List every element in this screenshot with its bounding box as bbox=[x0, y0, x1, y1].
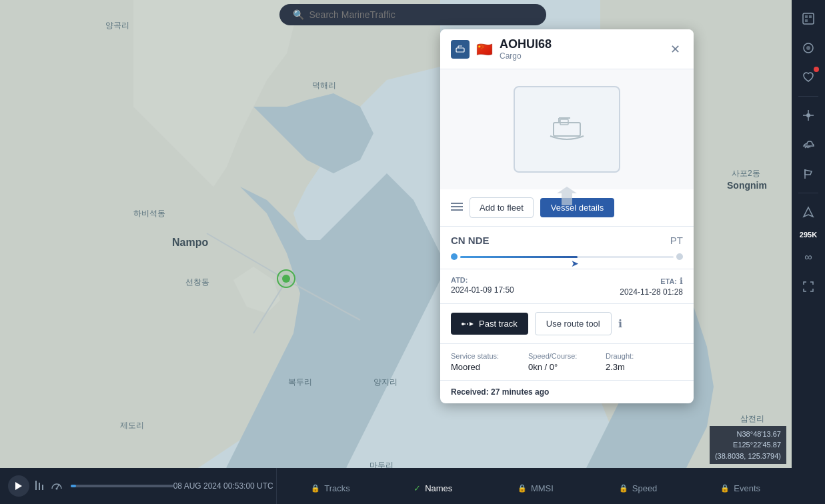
coord-lng: E125°22'45.87 bbox=[715, 439, 781, 451]
atd-label: ATD: bbox=[451, 276, 514, 284]
tab-mmsi[interactable]: 🔒 MMSI bbox=[484, 468, 587, 504]
track-info-button[interactable]: ℹ bbox=[618, 317, 622, 330]
received-row: Received: 27 minutes ago bbox=[440, 381, 694, 403]
coord-decimal: (38.8038, 125.3794) bbox=[715, 451, 781, 462]
timestamp-display: 08 AUG 2024 00:53:00 UTC bbox=[173, 481, 273, 491]
vessel-image-box bbox=[514, 86, 620, 173]
svg-rect-16 bbox=[456, 48, 464, 52]
fullscreen-btn[interactable] bbox=[795, 273, 822, 300]
events-lock-icon: 🔒 bbox=[720, 484, 730, 493]
origin-code: CN NDE bbox=[451, 235, 490, 246]
heart-btn[interactable] bbox=[795, 64, 822, 91]
vessel-image-area bbox=[440, 69, 694, 189]
svg-marker-29 bbox=[470, 322, 474, 326]
progress-fill bbox=[460, 256, 578, 258]
panel-title: AOHUI68 Cargo bbox=[500, 37, 661, 61]
tab-names[interactable]: ✓ Names bbox=[381, 468, 484, 504]
playback-controls bbox=[0, 475, 71, 497]
vessel-ship-icon bbox=[547, 113, 587, 146]
menu-icon-button[interactable] bbox=[451, 201, 463, 215]
svg-rect-4 bbox=[803, 13, 814, 24]
atd-value: 2024-01-09 17:50 bbox=[451, 285, 514, 295]
svg-point-9 bbox=[806, 46, 810, 50]
tab-speed[interactable]: 🔒 Speed bbox=[587, 468, 690, 504]
layers-btn[interactable] bbox=[795, 35, 822, 61]
status-row: Service status: Moored Speed/Course: 0kn… bbox=[440, 344, 694, 381]
svg-marker-30 bbox=[15, 482, 22, 490]
navigate-btn[interactable] bbox=[795, 199, 822, 225]
service-status-label: Service status: bbox=[451, 352, 528, 360]
track-buttons: Past track Use route tool ℹ bbox=[440, 304, 694, 344]
tab-events[interactable]: 🔒 Events bbox=[689, 468, 792, 504]
received-label: Received: bbox=[451, 387, 489, 397]
atd-block: ATD: 2024-01-09 17:50 bbox=[451, 276, 514, 297]
speed-course-value: 0kn / 0° bbox=[528, 362, 606, 372]
timeline-progress bbox=[71, 485, 76, 487]
search-bar: 🔍 bbox=[0, 0, 825, 29]
vessel-marker[interactable] bbox=[277, 269, 295, 288]
past-track-button[interactable]: Past track bbox=[451, 313, 528, 335]
speed-course-block: Speed/Course: 0kn / 0° bbox=[528, 352, 606, 372]
weather-btn[interactable] bbox=[795, 131, 822, 158]
speedometer-button[interactable] bbox=[51, 479, 63, 493]
mmsi-lock-icon: 🔒 bbox=[518, 484, 527, 493]
progress-bar: ➤ bbox=[451, 253, 683, 261]
tab-tracks-label: Tracks bbox=[324, 483, 350, 493]
destination-code: PT bbox=[670, 235, 683, 246]
eta-value: 2024-11-28 01:28 bbox=[620, 287, 683, 297]
tracks-lock-icon: 🔒 bbox=[311, 484, 320, 493]
filter-btn[interactable] bbox=[795, 102, 822, 129]
coordinates-display: N38°48'13.67 E125°22'45.87 (38.8038, 125… bbox=[710, 426, 786, 465]
map-background bbox=[0, 0, 825, 504]
names-check-icon: ✓ bbox=[414, 483, 421, 493]
tab-divider bbox=[276, 468, 277, 504]
timeline-bar[interactable] bbox=[71, 485, 173, 487]
flag-btn[interactable] bbox=[795, 161, 822, 187]
panel-header: 🇨🇳 AOHUI68 Cargo ✕ bbox=[440, 29, 694, 69]
route-codes: CN NDE PT bbox=[451, 235, 683, 246]
speed-lock-icon: 🔒 bbox=[619, 484, 628, 493]
add-to-fleet-button[interactable]: Add to fleet bbox=[470, 197, 534, 218]
vessel-panel: 🇨🇳 AOHUI68 Cargo ✕ bbox=[440, 29, 694, 403]
panel-close-button[interactable]: ✕ bbox=[668, 39, 683, 59]
progress-start-dot bbox=[451, 253, 458, 260]
upload-arrow bbox=[554, 187, 580, 209]
search-container[interactable]: 🔍 bbox=[279, 4, 546, 25]
received-value: 27 minutes ago bbox=[491, 387, 549, 397]
progress-track: ➤ bbox=[460, 256, 674, 258]
route-tool-button[interactable]: Use route tool bbox=[535, 312, 612, 335]
play-button[interactable] bbox=[8, 475, 29, 497]
coord-lat: N38°48'13.67 bbox=[715, 429, 781, 440]
svg-rect-7 bbox=[805, 19, 808, 22]
eta-info-btn[interactable]: ℹ bbox=[680, 276, 683, 286]
service-status-value: Moored bbox=[451, 362, 528, 372]
vessel-type-icon bbox=[451, 40, 470, 59]
past-track-icon bbox=[462, 320, 474, 328]
tab-speed-label: Speed bbox=[632, 483, 658, 493]
svg-rect-6 bbox=[809, 15, 812, 18]
right-sidebar: 295K ∞ bbox=[792, 0, 825, 504]
infinity-btn[interactable]: ∞ bbox=[795, 244, 822, 271]
search-icon: 🔍 bbox=[293, 9, 304, 20]
draught-label: Draught: bbox=[606, 352, 683, 360]
search-input[interactable] bbox=[309, 9, 533, 20]
service-status-block: Service status: Moored bbox=[451, 352, 528, 372]
tab-names-label: Names bbox=[425, 483, 452, 493]
map-btn[interactable] bbox=[795, 5, 822, 32]
eta-block: ETA: ℹ 2024-11-28 01:28 bbox=[620, 276, 683, 297]
svg-rect-5 bbox=[805, 15, 808, 18]
draught-block: Draught: 2.3m bbox=[606, 352, 683, 372]
vessel-flag: 🇨🇳 bbox=[476, 41, 493, 57]
speed-course-label: Speed/Course: bbox=[528, 352, 606, 360]
vessel-name: AOHUI68 bbox=[500, 37, 661, 51]
progress-arrow: ➤ bbox=[571, 258, 579, 269]
speed-display: 295K bbox=[796, 228, 821, 241]
tab-tracks[interactable]: 🔒 Tracks bbox=[279, 468, 382, 504]
tab-events-label: Events bbox=[734, 483, 760, 493]
svg-marker-23 bbox=[557, 187, 577, 205]
route-info: CN NDE PT ➤ bbox=[440, 227, 694, 269]
progress-end-dot bbox=[676, 253, 683, 260]
equalizer-button[interactable] bbox=[35, 479, 45, 493]
bottom-navigation: 08 AUG 2024 00:53:00 UTC 🔒 Tracks ✓ Name… bbox=[0, 468, 792, 504]
draught-value: 2.3m bbox=[606, 362, 683, 372]
